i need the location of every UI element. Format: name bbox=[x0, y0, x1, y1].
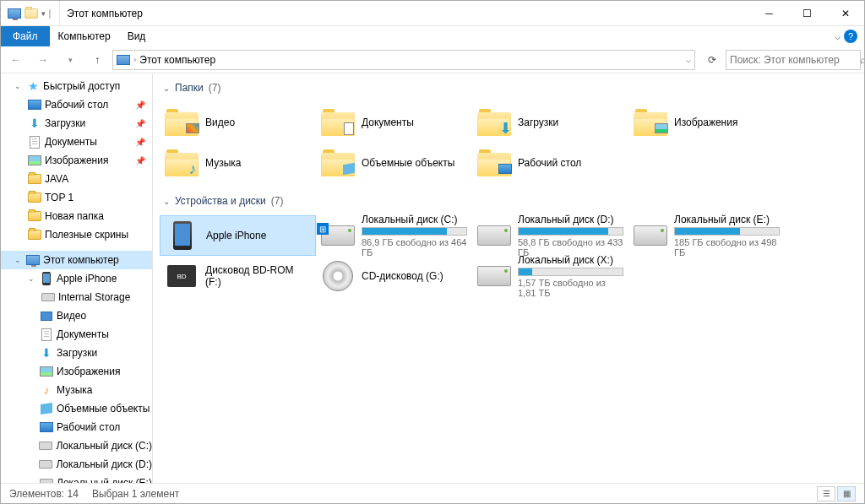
tree-this-pc[interactable]: ⌄ Этот компьютер bbox=[1, 251, 152, 269]
monitor-icon bbox=[26, 253, 40, 267]
disc-icon bbox=[323, 261, 353, 291]
window-title: Этот компьютер bbox=[60, 8, 750, 19]
phone-icon bbox=[173, 221, 192, 250]
device-item[interactable]: Локальный диск (X:)1,57 ТБ свободно из 1… bbox=[472, 256, 628, 296]
menu-view[interactable]: Вид bbox=[119, 26, 155, 46]
tree-label: Документы bbox=[57, 328, 109, 340]
search-input[interactable] bbox=[730, 54, 857, 66]
tree-item[interactable]: ⌄Apple iPhone bbox=[1, 269, 152, 288]
search-box[interactable]: ⌕ bbox=[726, 50, 861, 70]
navbar: ← → ▾ ↑ › Этот компьютер ⌵ ⟳ ⌕ bbox=[1, 46, 864, 73]
expand-caret-icon[interactable]: ⌄ bbox=[14, 256, 23, 264]
device-name: Дисковод BD-ROM (F:) bbox=[205, 264, 311, 288]
tree-item[interactable]: Internal Storage bbox=[1, 288, 152, 306]
tree-item[interactable]: JAVA bbox=[1, 170, 152, 188]
nav-back-button[interactable]: ← bbox=[4, 50, 28, 70]
qat-folder-icon[interactable] bbox=[24, 7, 38, 20]
pin-icon: 📌 bbox=[135, 119, 145, 128]
address-bar[interactable]: › Этот компьютер ⌵ bbox=[112, 50, 695, 70]
address-pc-icon bbox=[117, 55, 130, 65]
device-free-space: 1,57 ТБ свободно из 1,81 ТБ bbox=[518, 278, 623, 298]
tree-item[interactable]: Локальный диск (C:) bbox=[1, 436, 152, 455]
tree-label: Рабочий стол bbox=[57, 421, 120, 433]
help-icon[interactable]: ? bbox=[844, 30, 857, 43]
tree-quick-access[interactable]: ⌄ ★ Быстрый доступ bbox=[1, 77, 152, 95]
drive-capacity-bar bbox=[362, 227, 467, 236]
device-name: Локальный диск (D:) bbox=[518, 214, 623, 225]
device-item[interactable]: Локальный диск (D:)58,8 ГБ свободно из 4… bbox=[472, 215, 628, 256]
drive-icon: ⊞ bbox=[321, 225, 355, 246]
folder-icon bbox=[28, 228, 41, 241]
tree-item[interactable]: Документы📌 bbox=[1, 133, 152, 151]
nav-up-button[interactable]: ↑ bbox=[85, 50, 109, 70]
folder-name: Объемные объекты bbox=[362, 157, 467, 169]
tree-item[interactable]: Видео bbox=[1, 306, 152, 325]
nav-forward-button[interactable]: → bbox=[31, 50, 55, 70]
expand-caret-icon[interactable]: ⌄ bbox=[28, 274, 36, 283]
minimize-button[interactable]: ─ bbox=[750, 1, 788, 25]
folder-item[interactable]: Рабочий стол bbox=[472, 143, 628, 183]
main-content[interactable]: ⌄ Папки (7) ВидеоДокументы⬇ЗагрузкиИзобр… bbox=[153, 73, 864, 483]
search-icon[interactable]: ⌕ bbox=[860, 54, 865, 66]
down-icon: ⬇ bbox=[40, 346, 53, 360]
group-header-devices[interactable]: ⌄ Устройства и диски (7) bbox=[153, 190, 864, 212]
tree-item[interactable]: Рабочий стол📌 bbox=[1, 95, 152, 114]
breadcrumb-location[interactable]: Этот компьютер bbox=[139, 54, 215, 66]
device-item[interactable]: BDДисковод BD-ROM (F:) bbox=[160, 256, 316, 296]
close-button[interactable]: ✕ bbox=[826, 1, 864, 25]
menu-file[interactable]: Файл bbox=[1, 26, 50, 46]
tree-item[interactable]: Объемные объекты bbox=[1, 399, 152, 418]
folder-icon bbox=[165, 109, 199, 136]
device-item[interactable]: CD-дисковод (G:) bbox=[316, 256, 472, 296]
device-name: Apple iPhone bbox=[206, 230, 310, 241]
folder-item[interactable]: Документы bbox=[316, 102, 472, 143]
bd-drive-icon: BD bbox=[167, 265, 196, 287]
address-dropdown-icon[interactable]: ⌵ bbox=[686, 55, 691, 64]
view-details-button[interactable]: ☰ bbox=[817, 486, 835, 501]
img-icon bbox=[28, 154, 41, 167]
qat-dropdown-icon[interactable]: ▾ │ bbox=[41, 9, 52, 18]
obj-icon bbox=[40, 402, 53, 415]
tree-item[interactable]: Полезные скрины bbox=[1, 225, 152, 244]
down-icon: ⬇ bbox=[28, 117, 41, 130]
device-item[interactable]: Локальный диск (E:)185 ГБ свободно из 49… bbox=[628, 215, 785, 256]
refresh-button[interactable]: ⟳ bbox=[702, 50, 722, 70]
folder-item[interactable]: Изображения bbox=[628, 102, 785, 143]
tree-item[interactable]: Новая папка bbox=[1, 207, 152, 225]
tree-item[interactable]: ⬇Загрузки📌 bbox=[1, 114, 152, 133]
folder-item[interactable]: ♪Музыка bbox=[160, 143, 316, 183]
folder-item[interactable]: Объемные объекты bbox=[316, 143, 472, 183]
drive-icon bbox=[477, 266, 511, 286]
img-icon bbox=[40, 365, 53, 378]
collapse-caret-icon[interactable]: ⌄ bbox=[163, 197, 170, 206]
maximize-button[interactable]: ☐ bbox=[788, 1, 826, 25]
tree-item[interactable]: Локальный диск (E:) bbox=[1, 474, 152, 483]
ribbon-expand-icon[interactable]: ⌵ bbox=[835, 30, 841, 42]
collapse-caret-icon[interactable]: ⌄ bbox=[163, 84, 170, 93]
tree-item[interactable]: Изображения bbox=[1, 362, 152, 381]
expand-caret-icon[interactable]: ⌄ bbox=[14, 82, 23, 90]
group-header-folders[interactable]: ⌄ Папки (7) bbox=[153, 77, 864, 99]
menu-computer[interactable]: Компьютер bbox=[50, 26, 119, 46]
pin-icon: 📌 bbox=[135, 156, 145, 165]
tree-item[interactable]: TOP 1 bbox=[1, 188, 152, 207]
tree-item[interactable]: Локальный диск (D:) bbox=[1, 455, 152, 474]
device-item[interactable]: Apple iPhone bbox=[160, 215, 316, 256]
folder-item[interactable]: ⬇Загрузки bbox=[472, 102, 628, 143]
drive-capacity-bar bbox=[674, 227, 780, 236]
tree-item[interactable]: ♪Музыка bbox=[1, 381, 152, 399]
nav-recent-dropdown[interactable]: ▾ bbox=[58, 50, 82, 70]
navigation-pane[interactable]: ⌄ ★ Быстрый доступ Рабочий стол📌⬇Загрузк… bbox=[1, 73, 153, 483]
device-item[interactable]: ⊞Локальный диск (C:)86,9 ГБ свободно из … bbox=[316, 215, 472, 256]
folder-item[interactable]: Видео bbox=[160, 102, 316, 143]
view-tiles-button[interactable]: ▦ bbox=[837, 486, 856, 501]
desktop-icon bbox=[28, 98, 41, 111]
desktop-icon bbox=[40, 420, 53, 434]
video-icon bbox=[40, 309, 53, 322]
tree-item[interactable]: ⬇Загрузки bbox=[1, 344, 152, 362]
tree-item[interactable]: Изображения📌 bbox=[1, 151, 152, 170]
breadcrumb-separator-icon[interactable]: › bbox=[133, 55, 136, 64]
tree-item[interactable]: Рабочий стол bbox=[1, 418, 152, 436]
folder-name: Рабочий стол bbox=[518, 157, 623, 169]
tree-item[interactable]: Документы bbox=[1, 325, 152, 344]
